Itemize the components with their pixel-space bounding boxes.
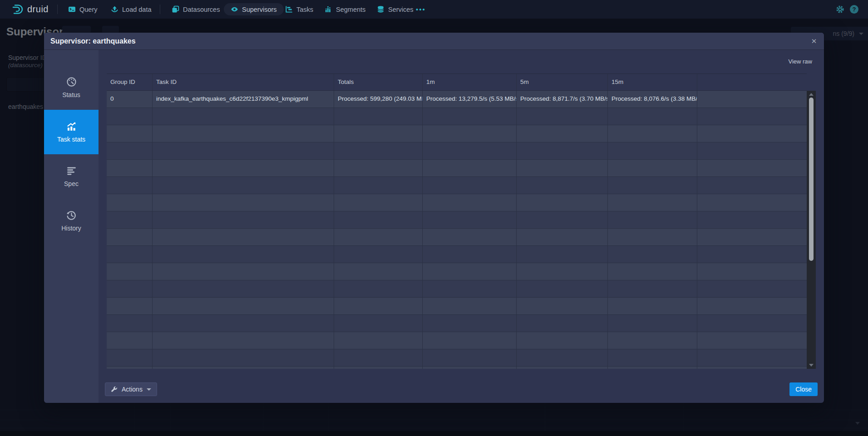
table-cell <box>517 332 608 349</box>
table-cell <box>153 263 334 280</box>
gantt-icon <box>285 5 293 13</box>
vertical-scrollbar[interactable] <box>807 91 816 369</box>
empty-row <box>107 298 807 315</box>
close-icon[interactable]: ✕ <box>809 37 819 46</box>
tab-status[interactable]: Status <box>44 65 99 110</box>
nav-item-label: Segments <box>336 6 365 13</box>
tab-task-stats[interactable]: Task stats <box>44 110 99 154</box>
tab-history[interactable]: History <box>44 199 99 243</box>
table-cell <box>423 367 517 369</box>
dialog-title: Supervisor: earthquakes <box>50 37 136 45</box>
gauge-icon <box>66 77 77 87</box>
database-icon <box>377 5 385 13</box>
nav-item-label: Services <box>388 6 414 13</box>
tab-spec[interactable]: Spec <box>44 154 99 199</box>
table-cell <box>423 332 517 349</box>
table-cell <box>697 298 807 314</box>
column-header-15m: 15m <box>608 74 697 90</box>
close-button-label: Close <box>795 386 812 393</box>
task-stats-table: Group ID Task ID Totals 1m 5m 15m 0index… <box>107 73 816 369</box>
settings-button[interactable] <box>836 0 844 19</box>
nav-item-supervisors[interactable]: Supervisors <box>224 3 284 15</box>
table-cell <box>608 177 697 194</box>
table-cell <box>423 177 517 194</box>
table-cell <box>517 298 608 314</box>
table-cell <box>517 177 608 194</box>
history-icon <box>66 210 77 220</box>
table-cell <box>107 298 153 314</box>
empty-row <box>107 315 807 332</box>
table-cell <box>334 194 423 211</box>
task-stats-row[interactable]: 0index_kafka_earthquakes_c6d22f2137390e3… <box>107 91 807 108</box>
table-header-row: Group ID Task ID Totals 1m 5m 15m <box>107 73 807 91</box>
table-cell <box>423 349 517 366</box>
dialog-tab-strip: Status Task stats Spe <box>44 50 99 403</box>
table-cell <box>153 367 334 369</box>
table-cell <box>423 246 517 263</box>
table-cell <box>608 315 697 332</box>
table-cell <box>517 211 608 228</box>
table-cell <box>517 246 608 263</box>
nav-item-datasources[interactable]: Datasources <box>172 0 220 19</box>
nav-item-query[interactable]: Query <box>68 0 98 19</box>
table-cell <box>608 349 697 366</box>
table-cell <box>517 194 608 211</box>
table-cell <box>334 280 423 297</box>
table-cell <box>517 142 608 159</box>
table-cell <box>697 349 807 366</box>
table-cell <box>107 108 153 125</box>
table-cell <box>423 263 517 280</box>
table-cell <box>608 108 697 125</box>
tab-label: Spec <box>64 180 79 187</box>
table-cell <box>517 367 608 369</box>
empty-row <box>107 349 807 367</box>
view-raw-link[interactable]: View raw <box>788 58 812 65</box>
table-cell <box>608 298 697 314</box>
table-cell <box>697 367 807 369</box>
nav-divider <box>160 5 160 14</box>
druid-logo[interactable]: druid <box>12 3 49 15</box>
table-cell <box>423 125 517 142</box>
table-cell <box>153 108 334 125</box>
empty-row <box>107 108 807 125</box>
table-cell <box>697 229 807 245</box>
table-cell: Processed: 599,280 (249.03 MB) <box>334 91 423 108</box>
table-cell <box>107 177 153 194</box>
nav-item-load-data[interactable]: Load data <box>111 0 152 19</box>
empty-row <box>107 367 807 369</box>
table-cell <box>697 263 807 280</box>
table-cell <box>608 125 697 142</box>
dialog-header: Supervisor: earthquakes ✕ <box>44 33 824 50</box>
column-header-totals: Totals <box>334 74 423 90</box>
scroll-up-icon[interactable] <box>809 93 814 96</box>
table-cell <box>334 332 423 349</box>
close-button[interactable]: Close <box>789 382 818 396</box>
empty-row <box>107 177 807 194</box>
table-cell <box>153 177 334 194</box>
layers-icon <box>172 5 179 13</box>
actions-button[interactable]: Actions <box>105 382 157 396</box>
nav-item-label: Load data <box>122 6 152 13</box>
nav-item-services[interactable]: Services <box>377 0 414 19</box>
nav-item-segments[interactable]: Segments <box>325 0 365 19</box>
table-cell <box>107 315 153 332</box>
top-navbar: druid Query Load data Datasources <box>0 0 868 19</box>
help-button[interactable]: ? <box>850 0 858 19</box>
table-cell <box>423 211 517 228</box>
table-cell <box>107 332 153 349</box>
table-cell <box>697 315 807 332</box>
table-cell <box>334 125 423 142</box>
table-cell <box>153 332 334 349</box>
scroll-down-icon[interactable] <box>809 364 814 367</box>
table-cell <box>334 315 423 332</box>
empty-row <box>107 142 807 160</box>
table-cell <box>153 229 334 245</box>
table-cell: Processed: 13,279.5/s (5.53 MB/s) <box>423 91 517 108</box>
table-cell <box>697 91 807 108</box>
nav-item-label: Datasources <box>183 6 220 13</box>
scrollbar-thumb[interactable] <box>809 98 814 261</box>
bar-chart-icon <box>325 5 332 13</box>
nav-more-button[interactable]: ••• <box>416 0 426 19</box>
nav-item-tasks[interactable]: Tasks <box>285 0 313 19</box>
table-cell <box>334 349 423 366</box>
